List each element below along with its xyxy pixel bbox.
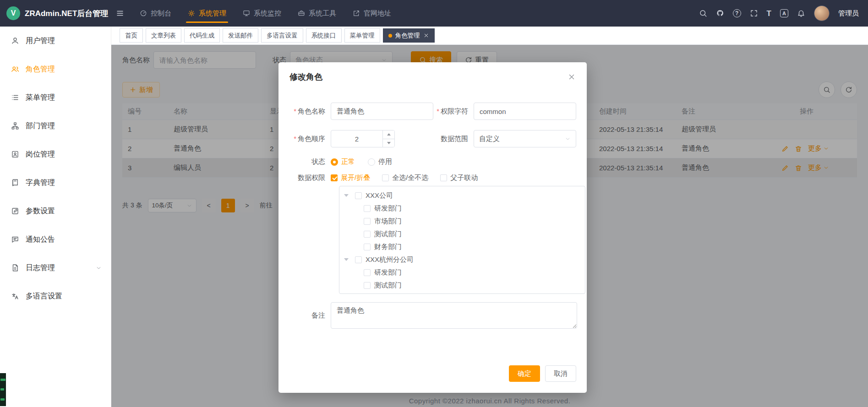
tree-node[interactable]: XXX杭州分公司 — [339, 253, 585, 266]
role-order-label: *角色顺序 — [287, 135, 331, 143]
checkbox-box — [382, 174, 389, 181]
close-icon[interactable] — [568, 73, 576, 81]
role-name-label: *角色名称 — [287, 107, 331, 116]
fullscreen-icon[interactable] — [750, 9, 758, 17]
avatar[interactable] — [814, 5, 830, 21]
app-title: ZRAdmin.NET后台管理 — [25, 8, 108, 19]
app-logo: V ZRAdmin.NET后台管理 — [0, 0, 111, 27]
tree-check box[interactable] — [355, 256, 362, 263]
badge-icon — [11, 150, 19, 158]
tree-node[interactable]: 市场部门 — [339, 215, 585, 228]
sidebar-item-logs[interactable]: 日志管理 — [0, 254, 111, 282]
users-icon — [11, 65, 19, 73]
sidebar-item-label: 通知公告 — [26, 235, 55, 244]
edit-role-dialog: 修改角色 *角色名称 *权限字符 *角色顺序 2 — [278, 62, 587, 393]
chat-icon — [11, 235, 19, 244]
tab-api[interactable]: 系统接口 — [306, 28, 342, 43]
nav-official-site[interactable]: 官网地址 — [344, 0, 399, 27]
radio-status-normal[interactable]: 正常 — [331, 157, 355, 166]
stepper-down-icon[interactable] — [383, 139, 394, 147]
close-icon[interactable] — [423, 33, 429, 38]
sidebar-toggle-icon[interactable] — [116, 9, 124, 17]
user-icon — [11, 37, 19, 45]
tree-checkbox[interactable] — [364, 269, 371, 276]
nav-label: 官网地址 — [364, 9, 391, 18]
sidebar-item-roles[interactable]: 角色管理 — [0, 55, 111, 83]
checkbox-box — [440, 174, 447, 181]
nav-system-admin[interactable]: 系统管理 — [180, 0, 235, 27]
tree-checkbox[interactable] — [364, 282, 371, 289]
font-size-icon[interactable]: T — [767, 10, 771, 17]
sidebar-item-menus[interactable]: 菜单管理 — [0, 83, 111, 112]
checkbox-expand-collapse[interactable]: 展开/折叠 — [331, 174, 370, 182]
cancel-button[interactable]: 取消 — [545, 365, 576, 382]
role-order-stepper[interactable]: 2 — [331, 130, 395, 147]
caret-down-icon[interactable] — [344, 194, 355, 197]
tree-node[interactable]: 研发部门 — [339, 266, 585, 279]
sidebar-item-label: 菜单管理 — [26, 93, 55, 103]
nav-system-monitor[interactable]: 系统监控 — [235, 0, 289, 27]
radio-dot — [368, 158, 375, 166]
monitor-icon — [243, 10, 250, 17]
sidebar-item-departments[interactable]: 部门管理 — [0, 112, 111, 140]
nav-system-tools[interactable]: 系统工具 — [289, 0, 344, 27]
tree-checkbox[interactable] — [364, 231, 371, 238]
tab-codegen[interactable]: 代码生成 — [184, 28, 220, 43]
language-icon[interactable]: A — [780, 9, 788, 17]
stepper-up-icon[interactable] — [383, 130, 394, 139]
perm-char-label: *权限字符 — [433, 107, 474, 116]
bell-icon[interactable] — [797, 9, 805, 17]
remark-textarea[interactable]: 普通角色 — [331, 302, 577, 329]
tree-checkbox[interactable] — [364, 218, 371, 225]
caret-down-icon[interactable] — [344, 258, 355, 261]
sidebar-item-label: 字典管理 — [26, 178, 55, 188]
external-link-icon — [353, 10, 360, 17]
sidebar-item-i18n[interactable]: 多语言设置 — [0, 282, 111, 310]
sidebar-item-posts[interactable]: 岗位管理 — [0, 140, 111, 168]
confirm-button[interactable]: 确定 — [509, 365, 540, 382]
nav-console[interactable]: 控制台 — [131, 0, 180, 27]
tab-roles[interactable]: 角色管理 — [383, 28, 435, 43]
sidebar-item-dictionary[interactable]: 字典管理 — [0, 168, 111, 197]
header-actions: ? T A 管理员 — [699, 5, 868, 21]
corner-widget — [0, 373, 6, 406]
username: 管理员 — [838, 9, 859, 18]
search-icon[interactable] — [699, 9, 707, 17]
sidebar-item-label: 用户管理 — [26, 36, 55, 46]
github-icon[interactable] — [716, 9, 724, 17]
tags-view-bar: 首页 文章列表 代码生成 发送邮件 多语言设置 系统接口 菜单管理 角色管理 — [111, 27, 868, 45]
checkbox-parent-child-link[interactable]: 父子联动 — [440, 174, 478, 182]
permission-tree: XXX公司 研发部门 市场部门 测试部门 财务部门 — [339, 186, 585, 294]
sidebar-item-label: 参数设置 — [26, 206, 55, 216]
radio-status-disabled[interactable]: 停用 — [368, 157, 392, 166]
tab-menus[interactable]: 菜单管理 — [344, 28, 380, 43]
sidebar-item-notices[interactable]: 通知公告 — [0, 225, 111, 254]
gear-icon — [188, 10, 195, 17]
tab-sendmail[interactable]: 发送邮件 — [223, 28, 258, 43]
sidebar-item-users[interactable]: 用户管理 — [0, 27, 111, 55]
org-tree-icon — [11, 122, 19, 130]
top-nav: 控制台 系统管理 系统监控 系统工具 官网地址 — [131, 0, 399, 27]
perm-char-input[interactable] — [474, 103, 576, 120]
tab-articles[interactable]: 文章列表 — [146, 28, 181, 43]
tree-checkbox[interactable] — [355, 192, 362, 199]
tab-i18n[interactable]: 多语言设置 — [261, 28, 303, 43]
role-name-input[interactable] — [331, 103, 433, 120]
checkbox-select-all[interactable]: 全选/全不选 — [382, 174, 428, 182]
tab-home[interactable]: 首页 — [120, 28, 143, 43]
help-icon[interactable]: ? — [733, 9, 741, 17]
data-perm-label: 数据权限 — [287, 174, 331, 182]
tree-node[interactable]: XXX公司 — [339, 189, 585, 202]
chevron-down-icon — [565, 136, 571, 142]
sidebar-item-label: 岗位管理 — [26, 150, 55, 159]
sidebar-item-parameters[interactable]: 参数设置 — [0, 197, 111, 225]
tree-node[interactable]: 财务部门 — [339, 240, 585, 253]
tree-node[interactable]: 测试部门 — [339, 279, 585, 292]
tree-node[interactable]: 测试部门 — [339, 228, 585, 240]
radio-dot — [331, 158, 338, 166]
tree-checkbox[interactable] — [364, 244, 371, 250]
data-scope-select[interactable]: 自定义 — [474, 130, 576, 147]
tree-node[interactable]: 研发部门 — [339, 202, 585, 215]
stepper-value: 2 — [331, 130, 382, 147]
tree-checkbox[interactable] — [364, 205, 371, 212]
